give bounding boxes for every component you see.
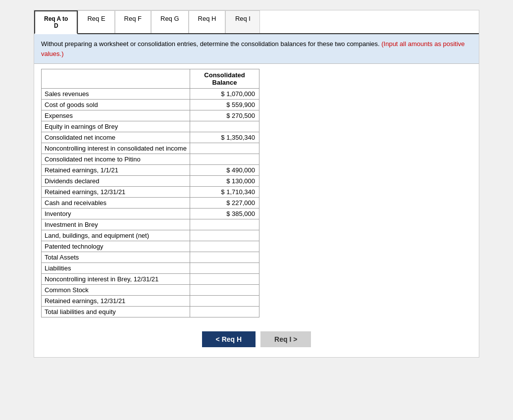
row-label: Equity in earnings of Brey: [42, 121, 190, 132]
row-label: Land, buildings, and equipment (net): [42, 230, 190, 241]
row-label: Noncontrolling interest in Brey, 12/31/2…: [42, 274, 190, 285]
table-row: Noncontrolling interest in Brey, 12/31/2…: [42, 274, 259, 285]
row-label: Expenses: [42, 110, 190, 121]
row-value: $ 130,000: [190, 176, 259, 187]
table-row: Total liabilities and equity: [42, 307, 259, 317]
row-value[interactable]: [190, 307, 259, 317]
row-label: Retained earnings, 1/1/21: [42, 165, 190, 176]
table-area: ConsolidatedBalance Sales revenues$ 1,07…: [34, 64, 479, 324]
row-label: Total Assets: [42, 252, 190, 263]
prev-button[interactable]: < Req H: [202, 331, 256, 347]
table-row: Investment in Brey: [42, 219, 259, 230]
row-value: $ 1,710,340: [190, 187, 259, 198]
row-label: Dividends declared: [42, 176, 190, 187]
row-value: $ 1,070,000: [190, 89, 259, 100]
row-value: $ 385,000: [190, 209, 259, 219]
tab-req-i[interactable]: Req I: [225, 10, 260, 33]
instruction-text: Without preparing a worksheet or consoli…: [41, 40, 380, 48]
row-label: Total liabilities and equity: [42, 307, 190, 317]
row-label: Inventory: [42, 209, 190, 219]
row-value: $ 559,900: [190, 100, 259, 110]
row-label: Retained earnings, 12/31/21: [42, 187, 190, 198]
instruction-box: Without preparing a worksheet or consoli…: [34, 34, 479, 64]
row-label: Patented technology: [42, 241, 190, 252]
row-value[interactable]: [190, 285, 259, 296]
row-value: $ 1,350,340: [190, 132, 259, 143]
row-value[interactable]: [190, 154, 259, 165]
tab-req-f[interactable]: Req F: [115, 10, 151, 33]
table-row: Liabilities: [42, 263, 259, 274]
main-container: Req A to D Req E Req F Req G Req H Req I…: [34, 10, 479, 358]
table-label-header: [42, 69, 190, 89]
table-row: Inventory$ 385,000: [42, 209, 259, 219]
next-button[interactable]: Req I >: [260, 331, 311, 347]
table-row: Total Assets: [42, 252, 259, 263]
table-row: Dividends declared$ 130,000: [42, 176, 259, 187]
table-row: Consolidated net income to Pitino: [42, 154, 259, 165]
tab-req-h[interactable]: Req H: [189, 10, 226, 33]
row-value[interactable]: [190, 241, 259, 252]
row-value[interactable]: [190, 143, 259, 154]
nav-buttons: < Req H Req I >: [34, 324, 479, 357]
row-label: Liabilities: [42, 263, 190, 274]
tab-req-e[interactable]: Req E: [78, 10, 114, 33]
row-label: Retained earnings, 12/31/21: [42, 296, 190, 307]
row-value[interactable]: [190, 230, 259, 241]
table-row: Expenses$ 270,500: [42, 110, 259, 121]
row-value: $ 227,000: [190, 198, 259, 209]
row-label: Sales revenues: [42, 89, 190, 100]
table-row: Land, buildings, and equipment (net): [42, 230, 259, 241]
row-value[interactable]: [190, 274, 259, 285]
table-row: Common Stock: [42, 285, 259, 296]
row-value[interactable]: [190, 296, 259, 307]
table-row: Retained earnings, 1/1/21$ 490,000: [42, 165, 259, 176]
row-value: $ 270,500: [190, 110, 259, 121]
table-row: Patented technology: [42, 241, 259, 252]
table-row: Noncontrolling interest in consolidated …: [42, 143, 259, 154]
row-value: $ 490,000: [190, 165, 259, 176]
balance-table: ConsolidatedBalance Sales revenues$ 1,07…: [41, 69, 259, 317]
table-row: Equity in earnings of Brey: [42, 121, 259, 132]
row-label: Consolidated net income to Pitino: [42, 154, 190, 165]
row-label: Cost of goods sold: [42, 100, 190, 110]
table-row: Cost of goods sold$ 559,900: [42, 100, 259, 110]
row-label: Noncontrolling interest in consolidated …: [42, 143, 190, 154]
tab-req-g[interactable]: Req G: [151, 10, 189, 33]
table-row: Retained earnings, 12/31/21: [42, 296, 259, 307]
tab-req-a-d[interactable]: Req A to D: [34, 10, 78, 34]
table-row: Cash and receivables$ 227,000: [42, 198, 259, 209]
row-label: Investment in Brey: [42, 219, 190, 230]
row-label: Consolidated net income: [42, 132, 190, 143]
row-value[interactable]: [190, 219, 259, 230]
consolidated-balance-header: ConsolidatedBalance: [190, 69, 259, 89]
row-label: Cash and receivables: [42, 198, 190, 209]
table-row: Consolidated net income$ 1,350,340: [42, 132, 259, 143]
tab-bar: Req A to D Req E Req F Req G Req H Req I: [34, 10, 479, 34]
table-row: Sales revenues$ 1,070,000: [42, 89, 259, 100]
row-value[interactable]: [190, 263, 259, 274]
row-label: Common Stock: [42, 285, 190, 296]
row-value[interactable]: [190, 121, 259, 132]
table-row: Retained earnings, 12/31/21$ 1,710,340: [42, 187, 259, 198]
row-value[interactable]: [190, 252, 259, 263]
